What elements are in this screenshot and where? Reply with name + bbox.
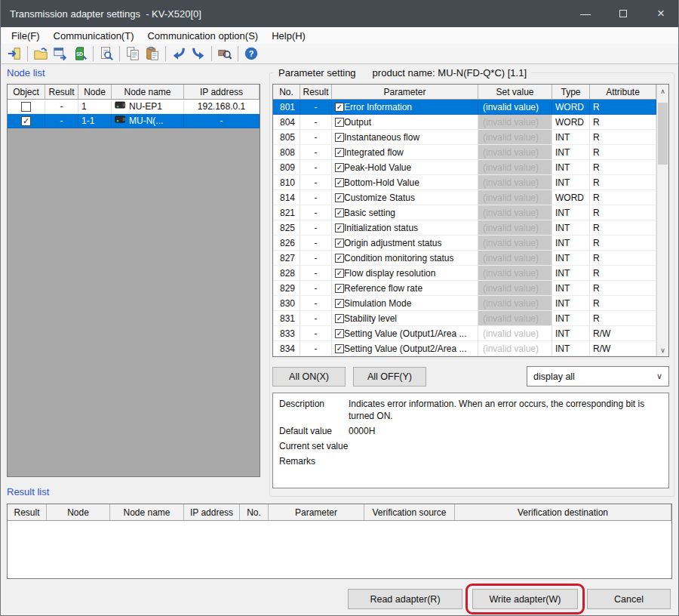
result-col-verification-source[interactable]: Verification source: [364, 504, 455, 521]
param-row[interactable]: 810-✓Bottom-Hold Value(invalid value)INT…: [273, 175, 656, 190]
checkbox[interactable]: [21, 102, 31, 112]
cancel-button[interactable]: Cancel: [587, 589, 671, 609]
node-row[interactable]: ✓-1-1MU-N(...-: [8, 114, 260, 128]
param-col-attribute[interactable]: Attribute: [590, 85, 656, 100]
set-value-cell: (invalid value): [478, 190, 552, 205]
param-col-parameter[interactable]: Parameter: [332, 85, 478, 100]
result-col-no.[interactable]: No.: [240, 504, 269, 521]
scroll-up-icon[interactable]: ∧: [657, 85, 668, 97]
node-row[interactable]: -1NU-EP1192.168.0.1: [8, 100, 260, 114]
param-col-no[interactable]: No.: [273, 85, 300, 100]
menu-item-help-h[interactable]: Help(H): [265, 29, 312, 43]
no-cell: 825: [273, 220, 300, 236]
write-adapter-button[interactable]: Write adapter(W): [472, 589, 578, 609]
checkbox[interactable]: ✓: [335, 239, 344, 248]
menu-item-communication-option-s[interactable]: Communication option(S): [140, 29, 265, 43]
menu-item-communication-t[interactable]: Communication(T): [47, 29, 141, 43]
checkbox[interactable]: ✓: [335, 344, 344, 353]
all-on-button[interactable]: All ON(X): [272, 367, 346, 387]
verify-icon[interactable]: [216, 45, 234, 63]
close-button[interactable]: ×: [642, 0, 679, 27]
read-adapter-button[interactable]: Read adapter(R): [348, 589, 462, 609]
param-row[interactable]: 809-✓Peak-Hold Value(invalid value)INTR: [273, 160, 656, 175]
result-col-node[interactable]: Node: [47, 504, 110, 521]
param-row[interactable]: 814-✓Customize Status(invalid value)WORD…: [273, 190, 656, 205]
open-file-icon[interactable]: [32, 45, 50, 63]
param-row[interactable]: 829-✓Reference flow rate(invalid value)I…: [273, 281, 656, 296]
attribute-cell: R: [590, 175, 656, 190]
parameter-cell: ✓Reference flow rate: [332, 281, 478, 296]
parameter-name: Origin adjustment status: [344, 238, 441, 248]
result-col-result[interactable]: Result: [8, 504, 47, 521]
param-row[interactable]: 828-✓Flow display resolution(invalid val…: [273, 266, 656, 281]
set-value-cell[interactable]: (invalid value): [478, 341, 552, 356]
minimize-button[interactable]: —: [567, 0, 604, 27]
param-row[interactable]: 801-✓Error Information(invalid value)WOR…: [273, 100, 656, 115]
type-cell: INT: [552, 160, 590, 175]
checkbox[interactable]: ✓: [335, 118, 344, 127]
copy-icon[interactable]: [124, 45, 142, 63]
parameter-name: Basic setting: [344, 208, 395, 218]
set-value-cell: (invalid value): [478, 220, 552, 236]
set-value-cell[interactable]: (invalid value): [478, 326, 552, 341]
checkbox[interactable]: ✓: [335, 269, 344, 278]
checkbox[interactable]: ✓: [335, 148, 344, 157]
param-col-result[interactable]: Result: [300, 85, 332, 100]
result-cell: -: [300, 326, 332, 341]
param-row[interactable]: 808-✓Integrated flow(invalid value)INTR: [273, 145, 656, 160]
help-icon[interactable]: ?: [242, 45, 260, 63]
param-row[interactable]: 833-✓Setting Value (Output1/Area ...(inv…: [273, 326, 656, 341]
result-col-ip-address[interactable]: IP address: [184, 504, 240, 521]
node-col-object[interactable]: Object: [8, 85, 45, 100]
attribute-cell: R: [590, 220, 656, 236]
preview-icon[interactable]: [97, 45, 115, 63]
checkbox[interactable]: ✓: [335, 284, 344, 293]
param-row[interactable]: 834-✓Setting Value (Output2/Area ...(inv…: [273, 341, 656, 356]
param-row[interactable]: 831-✓Stability level(invalid value)INTR: [273, 311, 656, 326]
menu-item-file-f[interactable]: File(F): [5, 29, 47, 43]
checkbox[interactable]: ✓: [335, 314, 344, 323]
param-row[interactable]: 827-✓Condition monitoring status(invalid…: [273, 251, 656, 266]
checkbox[interactable]: ✓: [21, 116, 31, 126]
write-adapter-icon[interactable]: [189, 45, 207, 63]
menubar: File(F)Communication(T)Communication opt…: [2, 27, 679, 44]
checkbox[interactable]: ✓: [335, 178, 344, 187]
param-row[interactable]: 804-✓Output(invalid value)WORDR: [273, 115, 656, 130]
export-file-icon[interactable]: [51, 45, 69, 63]
param-row[interactable]: 821-✓Basic setting(invalid value)INTR: [273, 205, 656, 220]
param-col-type[interactable]: Type: [552, 85, 590, 100]
param-row[interactable]: 805-✓Instantaneous flow(invalid value)IN…: [273, 130, 656, 145]
all-off-button[interactable]: All OFF(Y): [353, 367, 426, 387]
checkbox[interactable]: ✓: [335, 208, 344, 217]
sd-card-icon[interactable]: SD: [71, 45, 89, 63]
maximize-button[interactable]: [604, 0, 642, 27]
checkbox[interactable]: ✓: [335, 103, 344, 112]
paste-icon[interactable]: [143, 45, 161, 63]
node-col-result[interactable]: Result: [45, 85, 78, 100]
param-row[interactable]: 825-✓Initialization status(invalid value…: [273, 220, 656, 236]
checkbox[interactable]: ✓: [335, 163, 344, 172]
checkbox[interactable]: ✓: [335, 299, 344, 308]
param-row[interactable]: 830-✓Simulation Mode(invalid value)INTR: [273, 296, 656, 311]
checkbox[interactable]: ✓: [335, 329, 344, 338]
checkbox[interactable]: ✓: [335, 133, 344, 142]
checkbox[interactable]: ✓: [335, 254, 344, 263]
node-col-ip-address[interactable]: IP address: [184, 85, 260, 100]
checkbox[interactable]: ✓: [335, 193, 344, 202]
node-col-node-name[interactable]: Node name: [112, 85, 184, 100]
read-adapter-icon[interactable]: [170, 45, 188, 63]
result-cell: -: [300, 160, 332, 175]
param-row[interactable]: 826-✓Origin adjustment status(invalid va…: [273, 236, 656, 251]
result-col-node-name[interactable]: Node name: [110, 504, 184, 521]
display-filter-dropdown[interactable]: display all ∨: [527, 366, 669, 387]
result-col-verification-destination[interactable]: Verification destination: [455, 504, 671, 521]
checkbox[interactable]: ✓: [335, 223, 344, 233]
param-col-set-value[interactable]: Set value: [478, 85, 552, 100]
scroll-down-icon[interactable]: ∨: [657, 343, 668, 356]
parameter-table-scrollbar[interactable]: ∧ ∨: [656, 85, 668, 356]
attribute-cell: R: [590, 145, 656, 160]
node-col-node[interactable]: Node: [78, 85, 112, 100]
scrollbar-thumb[interactable]: [658, 103, 668, 165]
result-col-parameter[interactable]: Parameter: [269, 504, 364, 521]
exit-icon[interactable]: [5, 45, 23, 63]
